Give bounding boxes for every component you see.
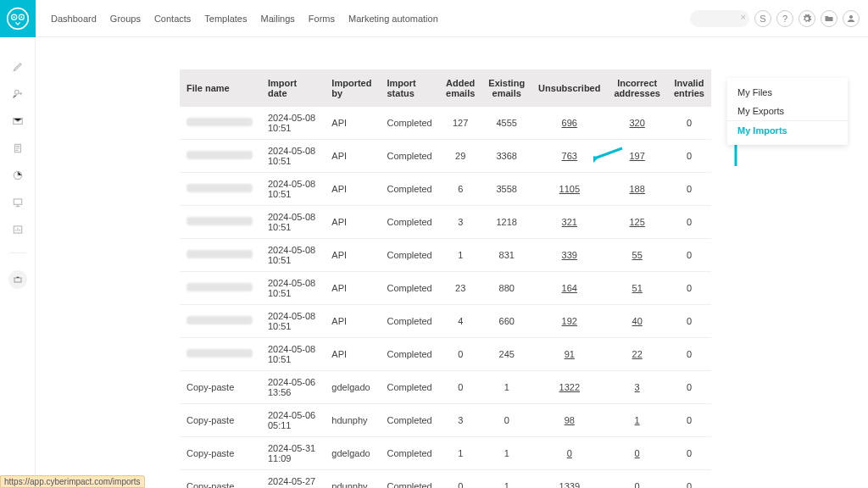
currency-icon[interactable]: S <box>754 10 771 27</box>
cell-added: 3 <box>439 206 481 239</box>
nav-mailings[interactable]: Mailings <box>260 14 294 24</box>
cell-unsub-link[interactable]: 91 <box>565 349 575 359</box>
help-icon[interactable]: ? <box>776 10 793 27</box>
cell-incorrect-link[interactable]: 40 <box>632 316 643 326</box>
search-input[interactable]: × <box>690 10 749 27</box>
bar-chart-icon[interactable] <box>10 224 25 236</box>
cell-date: 2024-05-08 10:51 <box>261 305 325 338</box>
cell-incorrect-link[interactable]: 22 <box>632 349 643 359</box>
cell-unsub-link[interactable]: 98 <box>565 415 575 425</box>
status-url-hint: https://app.cyberimpact.com/imports <box>0 475 145 488</box>
cell-incorrect-link[interactable]: 197 <box>630 151 645 161</box>
table-row: 2024-05-08 10:51APICompleted127455569632… <box>180 107 711 140</box>
col-file-name[interactable]: File name <box>180 69 261 107</box>
col-imported-by[interactable]: Imported by <box>325 69 380 107</box>
cell-imported-by: API <box>325 239 380 272</box>
cell-incorrect-link[interactable]: 3 <box>635 382 640 392</box>
cell-unsub-link[interactable]: 321 <box>562 217 577 227</box>
col-added-emails[interactable]: Added emails <box>439 69 481 107</box>
svg-point-4 <box>20 16 22 18</box>
cell-status: Completed <box>380 206 439 239</box>
cell-unsub-link[interactable]: 164 <box>562 283 577 293</box>
col-incorrect[interactable]: Incorrect addresses <box>607 69 666 107</box>
imports-table: File name Import date Imported by Import… <box>180 69 711 488</box>
clear-search-icon[interactable]: × <box>741 12 746 22</box>
cell-unsub-link[interactable]: 192 <box>562 316 577 326</box>
nav-contacts[interactable]: Contacts <box>154 14 191 24</box>
cell-incorrect-link[interactable]: 51 <box>632 283 643 293</box>
profile-icon[interactable] <box>843 10 860 27</box>
cell-incorrect-link[interactable]: 55 <box>632 250 643 260</box>
svg-rect-10 <box>14 199 21 204</box>
col-unsubscribed[interactable]: Unsubscribed <box>531 69 607 107</box>
cell-unsub-link[interactable]: 1322 <box>559 382 580 392</box>
col-existing-emails[interactable]: Existing emails <box>481 69 531 107</box>
monitor-icon[interactable] <box>10 197 25 208</box>
cell-invalid: 0 <box>667 272 711 305</box>
pie-chart-icon[interactable] <box>10 169 25 181</box>
col-import-status[interactable]: Import status <box>380 69 439 107</box>
menu-my-exports[interactable]: My Exports <box>727 102 848 121</box>
cell-incorrect-link[interactable]: 188 <box>630 184 645 194</box>
cell-unsub-link[interactable]: 339 <box>562 250 577 260</box>
document-icon[interactable] <box>10 142 25 154</box>
cell-added: 29 <box>439 140 481 173</box>
cell-status: Completed <box>380 272 439 305</box>
cell-invalid: 0 <box>667 305 711 338</box>
files-dropdown-menu: My Files My Exports My Imports <box>727 78 848 145</box>
cell-existing: 1 <box>481 437 531 470</box>
cell-incorrect-link[interactable]: 125 <box>630 217 645 227</box>
cell-incorrect-link[interactable]: 0 <box>635 448 640 458</box>
col-import-date[interactable]: Import date <box>261 69 325 107</box>
blurred-filename <box>186 349 253 358</box>
gear-icon[interactable] <box>798 10 815 27</box>
col-invalid[interactable]: Invalid entries <box>667 69 711 107</box>
nav-templates[interactable]: Templates <box>204 14 247 24</box>
table-row: 2024-05-08 10:51APICompleted635581105188… <box>180 173 711 206</box>
blurred-filename <box>186 283 253 291</box>
nav-marketing-automation[interactable]: Marketing automation <box>348 14 438 24</box>
cell-existing: 1 <box>481 371 531 404</box>
cell-status: Completed <box>380 173 439 206</box>
envelope-icon[interactable] <box>10 115 25 127</box>
nav-groups[interactable]: Groups <box>110 14 141 24</box>
pencil-icon[interactable] <box>10 61 25 73</box>
toolbox-icon[interactable] <box>8 270 27 289</box>
cell-imported-by: API <box>325 272 380 305</box>
table-row: 2024-05-08 10:51APICompleted23880164510 <box>180 272 711 305</box>
cell-incorrect-link[interactable]: 320 <box>630 118 645 128</box>
menu-my-files[interactable]: My Files <box>727 83 848 102</box>
menu-my-imports[interactable]: My Imports <box>727 121 848 140</box>
cell-status: Completed <box>380 470 439 488</box>
cell-date: 2024-05-31 11:09 <box>261 437 325 470</box>
nav-forms[interactable]: Forms <box>309 14 335 24</box>
table-row: 2024-05-08 10:51APICompleted312183211250 <box>180 206 711 239</box>
cell-incorrect-link[interactable]: 0 <box>635 481 640 488</box>
cell-status: Completed <box>380 338 439 371</box>
app-logo[interactable] <box>0 0 36 37</box>
cell-date: 2024-05-06 13:56 <box>261 371 325 404</box>
cell-unsub-link[interactable]: 763 <box>562 151 577 161</box>
nav-dashboard[interactable]: Dashboard <box>51 14 97 24</box>
cell-file-name: Copy-paste <box>186 448 234 458</box>
cell-invalid: 0 <box>667 404 711 437</box>
cell-status: Completed <box>380 239 439 272</box>
cell-status: Completed <box>380 371 439 404</box>
cell-existing: 0 <box>481 404 531 437</box>
cell-existing: 3558 <box>481 173 531 206</box>
cell-invalid: 0 <box>667 239 711 272</box>
cell-unsub-link[interactable]: 0 <box>567 448 572 458</box>
table-row: Copy-paste2024-05-31 11:09gdelgadoComple… <box>180 437 711 470</box>
cell-added: 127 <box>439 107 481 140</box>
cell-unsub-link[interactable]: 1339 <box>559 481 580 488</box>
cell-imported-by: pdunphy <box>325 470 380 488</box>
cell-existing: 3368 <box>481 140 531 173</box>
cell-unsub-link[interactable]: 1105 <box>559 184 580 194</box>
cell-unsub-link[interactable]: 696 <box>562 118 577 128</box>
cell-existing: 245 <box>481 338 531 371</box>
cell-invalid: 0 <box>667 206 711 239</box>
folder-icon[interactable] <box>821 10 837 27</box>
cell-incorrect-link[interactable]: 1 <box>635 415 640 425</box>
add-contact-icon[interactable] <box>10 88 25 100</box>
cell-invalid: 0 <box>667 437 711 470</box>
